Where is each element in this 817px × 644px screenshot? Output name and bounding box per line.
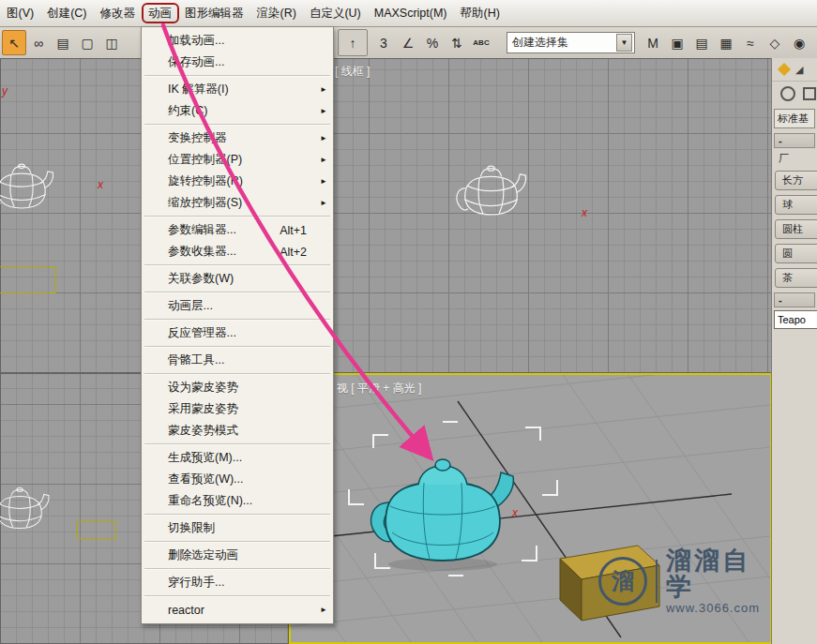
keyboard-override-icon[interactable]: ABC: [469, 30, 493, 55]
parameter-collector[interactable]: 参数收集器... Alt+2 ►: [142, 241, 333, 262]
curve-editor-icon[interactable]: ≈: [738, 30, 763, 55]
viewport-top-right[interactable]: [ 线框 ] x: [289, 58, 772, 373]
walkthrough-assistant[interactable]: 穿行助手... ►: [142, 572, 333, 593]
menu-customize[interactable]: 自定义(U): [303, 0, 368, 26]
object-type-rollout[interactable]: -: [774, 133, 815, 148]
menu-view[interactable]: 图(V): [0, 0, 40, 26]
menu-item-label: 缩放控制器(S): [168, 195, 307, 211]
axis-x-label: x: [98, 178, 103, 191]
menu-separator: [144, 292, 330, 293]
menu-separator: [144, 319, 330, 321]
menu-bar: 图(V)创建(C)修改器动画图形编辑器渲染(R)自定义(U)MAXScript(…: [0, 0, 817, 27]
object-name-field[interactable]: [774, 310, 817, 329]
teapot-wireframe[interactable]: [0, 478, 51, 546]
ik-solvers[interactable]: IK 解算器(I) ►: [142, 79, 333, 100]
constraints[interactable]: 约束(C) ►: [142, 100, 333, 122]
modify-tab-icon[interactable]: ◢: [795, 64, 803, 76]
submenu-arrow-icon: ►: [318, 134, 327, 142]
box-wireframe[interactable]: [77, 521, 116, 539]
select-object-icon[interactable]: ↖: [2, 30, 26, 55]
teapot-button[interactable]: 茶: [775, 268, 817, 288]
box-button[interactable]: 长方: [775, 171, 817, 190]
render-setup-icon[interactable]: ☼: [811, 30, 817, 55]
viewport-perspective[interactable]: 视 [ 平滑 + 高光 ] x 溜 溜溜自学 www.3066.com: [289, 373, 772, 644]
toggle-limits[interactable]: 切换限制 ►: [142, 517, 333, 539]
set-skin-pose[interactable]: 设为蒙皮姿势 ►: [142, 377, 333, 398]
view-preview[interactable]: 查看预览(W)... ►: [142, 469, 333, 490]
primitive-category-value: 标准基: [778, 112, 809, 126]
animation-layers[interactable]: 动画层... ►: [142, 295, 333, 317]
wire-parameters[interactable]: 关联参数(W) ►: [142, 268, 333, 290]
ribbon-toggle-icon[interactable]: ▦: [714, 30, 738, 55]
make-preview[interactable]: 生成预览(M)... ►: [142, 447, 333, 469]
menu-separator: [144, 346, 330, 348]
reaction-manager[interactable]: 反应管理器... ►: [142, 322, 333, 344]
menu-item-label: 关联参数(W): [168, 271, 307, 287]
shapes-category-icon[interactable]: [803, 87, 816, 100]
layer-manager-icon[interactable]: ▤: [689, 30, 714, 55]
box-wireframe[interactable]: [0, 266, 56, 293]
material-editor-icon[interactable]: ◉: [787, 30, 811, 55]
menu-graph-editors[interactable]: 图形编辑器: [178, 0, 250, 26]
toolbar-group-right: M ▣ ▤ ▦ ≈ ◇ ◉ ☼ ▭ ●: [641, 30, 817, 55]
schematic-view-icon[interactable]: ◇: [763, 30, 787, 55]
autogrid-label: 厂: [779, 152, 789, 166]
transform-controllers[interactable]: 变换控制器 ►: [142, 127, 333, 149]
percent-snap-icon[interactable]: %: [420, 30, 445, 55]
rectangular-selection-region-icon[interactable]: ▢: [75, 30, 99, 55]
create-tab-icon[interactable]: [778, 63, 791, 76]
bone-tools[interactable]: 骨骼工具... ►: [142, 350, 333, 371]
menu-separator: [144, 124, 330, 126]
submenu-arrow-icon: ►: [318, 85, 327, 94]
angle-snap-icon[interactable]: ∠: [396, 30, 420, 55]
menu-modifiers[interactable]: 修改器: [94, 0, 143, 26]
watermark: 溜 溜溜自学 www.3066.com: [598, 547, 772, 615]
scale-controllers[interactable]: 缩放控制器(S) ►: [142, 192, 333, 214]
name-color-rollout[interactable]: -: [774, 292, 815, 307]
menu-item-label: reactor: [168, 604, 307, 617]
rotation-controllers[interactable]: 旋转控制器(R) ►: [142, 171, 333, 192]
submenu-arrow-icon: ►: [318, 199, 327, 207]
menu-help[interactable]: 帮助(H): [454, 0, 507, 26]
select-and-place-icon[interactable]: ↑: [338, 29, 368, 56]
rollout-collapse-icon: -: [779, 294, 782, 306]
primitive-category-dropdown[interactable]: 标准基: [774, 109, 815, 128]
delete-selected-animation[interactable]: 删除选定动画 ►: [142, 545, 333, 566]
cylinder-button[interactable]: 圆柱: [775, 219, 817, 239]
autogrid-checkbox[interactable]: 厂: [772, 151, 817, 166]
menu-item-label: 设为蒙皮姿势: [168, 380, 307, 396]
position-controllers[interactable]: 位置控制器(P) ►: [142, 149, 333, 171]
submenu-arrow-icon: ►: [318, 606, 327, 614]
rename-preview[interactable]: 重命名预览(N)... ►: [142, 490, 333, 512]
skin-pose-mode[interactable]: 蒙皮姿势模式 ►: [142, 420, 333, 442]
sphere-button[interactable]: 球: [775, 195, 817, 215]
teapot-wireframe[interactable]: [446, 165, 536, 225]
menu-item-label: IK 解算器(I): [168, 82, 307, 97]
menu-maxscript[interactable]: MAXScript(M): [368, 0, 454, 26]
spinner-snap-icon[interactable]: ⇅: [445, 30, 469, 55]
reactor[interactable]: reactor ►: [142, 599, 333, 621]
animation-menu-dropdown: 加载动画... ► 保存动画... ► IK 解算器(I) ► 约束(C) ► …: [141, 26, 334, 624]
save-animation[interactable]: 保存动画... ►: [142, 52, 333, 73]
select-and-link-icon[interactable]: ∞: [26, 30, 51, 55]
menu-create[interactable]: 创建(C): [40, 0, 93, 26]
window-crossing-toggle-icon[interactable]: ◫: [99, 30, 124, 55]
geometry-category-icon[interactable]: [780, 86, 795, 101]
snap-toggle-3d-icon[interactable]: 3: [371, 30, 396, 55]
menu-separator: [144, 443, 330, 445]
select-by-name-icon[interactable]: ▤: [51, 30, 75, 55]
teapot-wireframe[interactable]: [0, 163, 56, 217]
parameter-editor[interactable]: 参数编辑器... Alt+1 ►: [142, 219, 333, 241]
chevron-down-icon[interactable]: ▼: [616, 34, 632, 52]
menu-rendering[interactable]: 渲染(R): [250, 0, 303, 26]
align-icon[interactable]: ▣: [665, 30, 689, 55]
menu-separator: [144, 373, 330, 375]
torus-button[interactable]: 圆: [775, 244, 817, 263]
named-selection-set-combo[interactable]: 创建选择集 ▼: [507, 32, 635, 53]
menu-separator: [144, 75, 330, 77]
menu-animation[interactable]: 动画: [142, 0, 178, 26]
mirror-icon[interactable]: M: [641, 30, 665, 55]
load-animation[interactable]: 加载动画... ►: [142, 30, 333, 52]
menu-item-label: 删除选定动画: [168, 547, 307, 563]
assume-skin-pose[interactable]: 采用蒙皮姿势 ►: [142, 398, 333, 420]
